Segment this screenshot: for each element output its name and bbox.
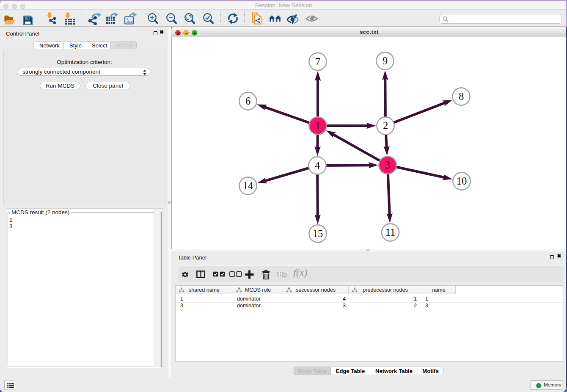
- svg-text:2: 2: [383, 120, 388, 131]
- svg-text:8: 8: [459, 91, 464, 102]
- svg-text:7: 7: [315, 56, 320, 67]
- svg-text:4: 4: [315, 160, 320, 171]
- svg-text:1: 1: [315, 120, 320, 131]
- svg-text:15: 15: [313, 228, 323, 239]
- svg-text:10: 10: [457, 175, 467, 187]
- svg-text:11: 11: [385, 226, 396, 238]
- svg-text:14: 14: [243, 180, 253, 191]
- svg-text:3: 3: [385, 159, 390, 171]
- svg-text:9: 9: [383, 55, 388, 66]
- svg-text:6: 6: [245, 95, 250, 107]
